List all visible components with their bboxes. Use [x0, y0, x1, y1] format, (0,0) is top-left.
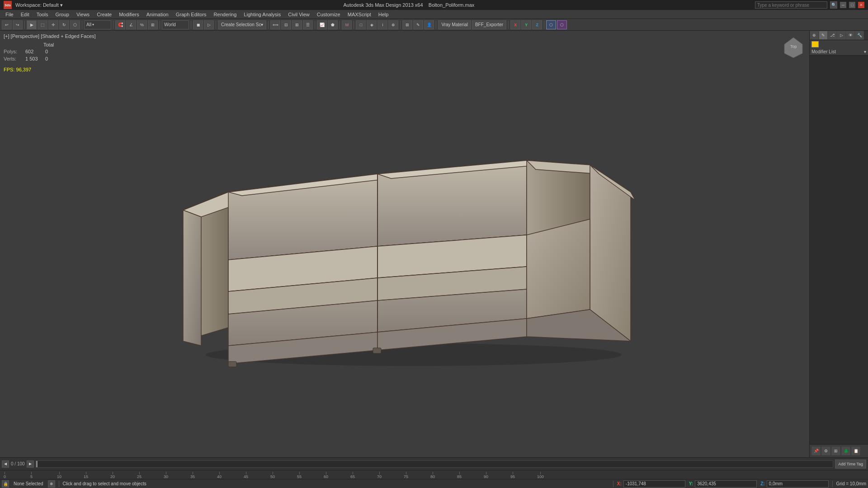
x-coord-input[interactable] [623, 480, 685, 488]
z-coord-input[interactable] [767, 480, 829, 488]
reference-dropdown[interactable]: World [162, 20, 189, 29]
menu-item-edit[interactable]: Edit [17, 10, 33, 19]
timeline-label: 0 / 100 [9, 461, 27, 466]
material-editor-button[interactable]: M [342, 20, 352, 29]
schematic-view[interactable]: ⬟ [328, 20, 338, 29]
z-axis-label: Z: [760, 481, 764, 486]
timeline-prev-button[interactable]: ◀ [2, 460, 9, 468]
render-frame-button[interactable]: □ [356, 20, 366, 29]
rp-bottom-icons: 📌 ⚙ ⊞ 🌲 📋 [810, 444, 868, 457]
color-box[interactable] [811, 41, 819, 47]
pin-stack-button[interactable]: 📌 [811, 446, 821, 455]
color-cube2[interactable]: ⬡ [557, 20, 567, 29]
z-axis-button[interactable]: Z [532, 20, 542, 29]
rotate-button[interactable]: ↻ [59, 20, 69, 29]
menu-item-file[interactable]: File [2, 10, 17, 19]
show-all-subtrees[interactable]: ⊞ [831, 446, 840, 455]
app-icon: 3ds [4, 1, 12, 9]
add-time-tag-button[interactable]: Add Time Tag [835, 460, 866, 469]
parameter-collector[interactable]: 📋 [851, 446, 860, 455]
filter-dropdown[interactable]: All▾ [84, 20, 111, 29]
verts-value: 1 503 [25, 56, 42, 62]
select-region-button[interactable]: ⬚ [38, 20, 47, 29]
close-button[interactable]: ✕ [858, 2, 864, 8]
total-label: Total [43, 42, 54, 48]
ruler-tick-55: 55 [297, 472, 302, 479]
select-move-button[interactable]: ✛ [48, 20, 58, 29]
vray-material-button[interactable]: Vray Material [438, 20, 471, 29]
x-axis-button[interactable]: X [510, 20, 520, 29]
undo-button[interactable]: ↩ [2, 20, 12, 29]
sofa-svg [156, 120, 653, 368]
verts-selected: 0 [45, 56, 48, 62]
mirror-button[interactable]: ⟺ [270, 20, 280, 29]
array-button[interactable]: ⊞ [292, 20, 302, 29]
render-setup-button[interactable]: ◼ [193, 20, 203, 29]
quick-render-button[interactable]: ▷ [204, 20, 214, 29]
bff-exporter-button[interactable]: BFF_Exporter [472, 20, 506, 29]
ruler-tick-45: 45 [244, 472, 248, 479]
manage-layers-button[interactable]: ☰ [303, 20, 313, 29]
spinner-snap[interactable]: ⊞ [148, 20, 158, 29]
rp-modify-icon[interactable]: ✎ [819, 31, 828, 40]
align-button[interactable]: ⊟ [281, 20, 291, 29]
search-input[interactable] [755, 1, 827, 9]
y-axis-button[interactable]: Y [521, 20, 531, 29]
rp-hierarchy-icon[interactable]: ⎇ [828, 31, 837, 40]
menu-bar: File Edit Tools Group Views Create Modif… [0, 10, 868, 19]
redo-button[interactable]: ↪ [13, 20, 23, 29]
angle-snap[interactable]: ∠ [126, 20, 136, 29]
frame-ruler[interactable]: 0510152025303540455055606570758085909510… [0, 470, 868, 479]
menu-item-rendering[interactable]: Rendering [210, 10, 241, 19]
open-mini-curve-editor[interactable]: 📈 [317, 20, 327, 29]
maximize-button[interactable]: □ [849, 2, 855, 8]
menu-item-tools[interactable]: Tools [33, 10, 52, 19]
rp-utilities-icon[interactable]: 🔧 [855, 31, 864, 40]
y-coord-input[interactable] [695, 480, 757, 488]
menu-item-civil-view[interactable]: Civil View [284, 10, 313, 19]
modifier-list-arrow[interactable]: ▾ [864, 49, 866, 54]
menu-item-animation[interactable]: Animation [143, 10, 172, 19]
ruler-tick-65: 65 [350, 472, 355, 479]
viewport[interactable]: [+] [Perspective] [Shaded + Edged Faces]… [0, 31, 809, 457]
percent-snap[interactable]: % [137, 20, 147, 29]
ruler-tick-85: 85 [457, 472, 462, 479]
menu-item-group[interactable]: Group [52, 10, 73, 19]
timeline-next-button[interactable]: ▶ [27, 460, 34, 468]
lock-icon[interactable]: 🔒 [2, 480, 9, 488]
menu-item-modifiers[interactable]: Modifiers [115, 10, 143, 19]
iray-button[interactable]: i [377, 20, 387, 29]
object-paint-button[interactable]: ✎ [413, 20, 423, 29]
color-cube1[interactable]: ⬡ [546, 20, 556, 29]
explode-button[interactable]: ⊞ [402, 20, 412, 29]
right-panel-icons: ⊕ ✎ ⎇ ▷ 👁 🔧 [810, 31, 868, 40]
menu-item-lighting-analysis[interactable]: Lighting Analysis [240, 10, 284, 19]
menu-item-graph-editors[interactable]: Graph Editors [172, 10, 210, 19]
menu-item-create[interactable]: Create [93, 10, 115, 19]
search-icon[interactable]: 🔍 [830, 1, 837, 9]
menu-item-maxscript[interactable]: MAXScript [344, 10, 375, 19]
rp-create-icon[interactable]: ⊕ [810, 31, 819, 40]
snap-toggle[interactable]: 🧲 [115, 20, 125, 29]
populate-button[interactable]: 👤 [424, 20, 434, 29]
show-tree-button[interactable]: 🌲 [841, 446, 850, 455]
create-selection-button[interactable]: Create Selection Sc▾ [218, 20, 266, 29]
rp-display-icon[interactable]: 👁 [846, 31, 855, 40]
rp-motion-icon[interactable]: ▷ [837, 31, 846, 40]
menu-item-help[interactable]: Help [375, 10, 392, 19]
file-name: Bolton_Poliform.max [429, 2, 475, 8]
scale-button[interactable]: ⬡ [70, 20, 80, 29]
render-to-texture[interactable]: ⊕ [388, 20, 398, 29]
active-shade-button[interactable]: ◈ [367, 20, 377, 29]
menu-item-customize[interactable]: Customize [313, 10, 344, 19]
minimize-button[interactable]: ─ [840, 2, 846, 8]
menu-item-views[interactable]: Views [73, 10, 93, 19]
stats-panel: Total Polys: 602 0 Verts: 1 503 0 [4, 42, 54, 62]
toolbar-main: ↩ ↪ ▶ ⬚ ✛ ↻ ⬡ All▾ 🧲 ∠ % ⊞ World ◼ ▷ Cre… [0, 19, 868, 31]
configure-modifier-sets[interactable]: ⚙ [821, 446, 830, 455]
main-layout: [+] [Perspective] [Shaded + Edged Faces]… [0, 31, 868, 457]
freeze-icon[interactable]: ❄ [48, 480, 55, 488]
nav-cube[interactable]: Top [782, 35, 805, 58]
select-button[interactable]: ▶ [27, 20, 37, 29]
timeline-bar[interactable] [36, 460, 834, 468]
